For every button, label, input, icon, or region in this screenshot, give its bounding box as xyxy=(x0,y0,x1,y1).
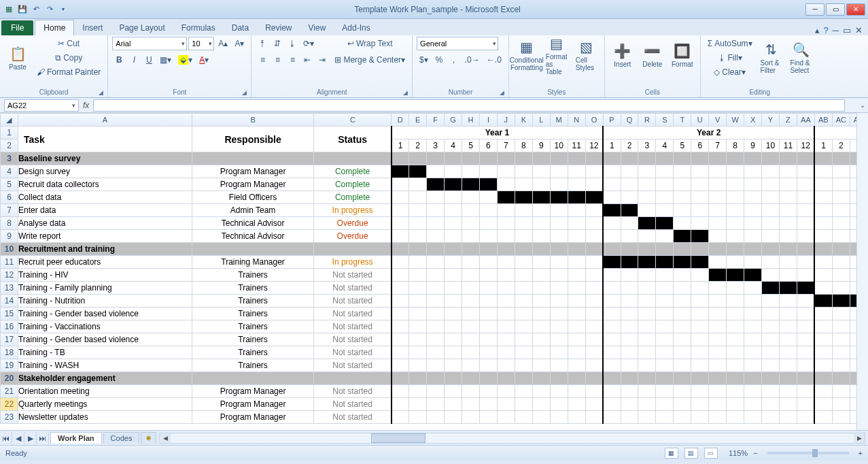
gantt-cell[interactable] xyxy=(621,398,638,411)
gantt-cell[interactable] xyxy=(814,282,832,295)
gantt-cell[interactable] xyxy=(621,411,638,424)
gantt-cell[interactable] xyxy=(445,204,462,217)
gantt-cell[interactable] xyxy=(603,204,621,217)
gantt-cell[interactable] xyxy=(797,295,814,308)
responsible-cell[interactable]: Program Manager xyxy=(192,411,314,424)
gantt-cell[interactable] xyxy=(691,217,709,230)
gantt-cell[interactable] xyxy=(550,333,568,346)
gantt-cell[interactable] xyxy=(744,282,762,295)
tab-data[interactable]: Data xyxy=(224,20,257,35)
gantt-cell[interactable] xyxy=(585,204,603,217)
gantt-cell[interactable] xyxy=(479,217,497,230)
gantt-cell[interactable] xyxy=(744,295,762,308)
col-header-N[interactable]: N xyxy=(568,114,585,127)
gantt-cell[interactable] xyxy=(392,217,409,230)
gantt-cell[interactable] xyxy=(462,333,480,346)
gantt-cell[interactable] xyxy=(691,256,709,269)
gantt-cell[interactable] xyxy=(621,217,638,230)
number-dialog-icon[interactable]: ◢ xyxy=(500,89,504,96)
gantt-cell[interactable] xyxy=(814,346,832,359)
gantt-cell[interactable] xyxy=(709,295,727,308)
border-button[interactable]: ▦▾ xyxy=(157,53,174,67)
gantt-cell[interactable] xyxy=(497,178,515,191)
gantt-cell[interactable] xyxy=(674,398,691,411)
gantt-cell[interactable] xyxy=(550,256,568,269)
gantt-cell[interactable] xyxy=(603,165,621,178)
gantt-cell[interactable] xyxy=(585,333,603,346)
gantt-cell[interactable] xyxy=(497,411,515,424)
gantt-cell[interactable] xyxy=(462,385,480,398)
gantt-cell[interactable] xyxy=(532,295,550,308)
gantt-cell[interactable] xyxy=(497,359,515,372)
gantt-cell[interactable] xyxy=(497,398,515,411)
gantt-cell[interactable] xyxy=(392,191,409,204)
font-size-combo[interactable]: 10 xyxy=(188,37,214,50)
gantt-cell[interactable] xyxy=(744,398,762,411)
gantt-cell[interactable] xyxy=(779,385,797,398)
gantt-cell[interactable] xyxy=(392,282,409,295)
align-center-icon[interactable]: ≡ xyxy=(271,53,284,67)
gantt-cell[interactable] xyxy=(445,165,462,178)
gantt-cell[interactable] xyxy=(532,217,550,230)
gantt-cell[interactable] xyxy=(479,204,497,217)
font-dialog-icon[interactable]: ◢ xyxy=(242,89,247,96)
gantt-cell[interactable] xyxy=(462,359,480,372)
gantt-cell[interactable] xyxy=(515,217,532,230)
gantt-cell[interactable] xyxy=(409,320,427,333)
gantt-cell[interactable] xyxy=(603,411,621,424)
gantt-cell[interactable] xyxy=(691,295,709,308)
gantt-cell[interactable] xyxy=(814,411,832,424)
gantt-cell[interactable] xyxy=(727,411,744,424)
gantt-cell[interactable] xyxy=(409,308,427,320)
gantt-cell[interactable] xyxy=(515,333,532,346)
gantt-cell[interactable] xyxy=(779,359,797,372)
gantt-cell[interactable] xyxy=(585,282,603,295)
gantt-cell[interactable] xyxy=(515,398,532,411)
gantt-cell[interactable] xyxy=(638,165,656,178)
gantt-cell[interactable] xyxy=(691,346,709,359)
gantt-cell[interactable] xyxy=(603,269,621,282)
gantt-cell[interactable] xyxy=(462,191,480,204)
gantt-cell[interactable] xyxy=(744,411,762,424)
gantt-cell[interactable] xyxy=(445,411,462,424)
gantt-cell[interactable] xyxy=(409,346,427,359)
gantt-cell[interactable] xyxy=(727,308,744,320)
gantt-cell[interactable] xyxy=(674,230,691,243)
gantt-cell[interactable] xyxy=(427,204,445,217)
gantt-cell[interactable] xyxy=(727,333,744,346)
gantt-cell[interactable] xyxy=(832,359,850,372)
gantt-cell[interactable] xyxy=(621,308,638,320)
gantt-cell[interactable] xyxy=(445,191,462,204)
gantt-cell[interactable] xyxy=(497,308,515,320)
gantt-cell[interactable] xyxy=(762,359,780,372)
gantt-cell[interactable] xyxy=(427,256,445,269)
col-header-W[interactable]: W xyxy=(727,114,744,127)
gantt-cell[interactable] xyxy=(674,282,691,295)
gantt-cell[interactable] xyxy=(515,295,532,308)
gantt-cell[interactable] xyxy=(409,359,427,372)
gantt-cell[interactable] xyxy=(427,217,445,230)
gantt-cell[interactable] xyxy=(691,333,709,346)
gantt-cell[interactable] xyxy=(392,230,409,243)
gantt-cell[interactable] xyxy=(479,282,497,295)
gantt-cell[interactable] xyxy=(832,333,850,346)
dec-decimal-icon[interactable]: ←.0 xyxy=(484,53,504,67)
responsible-cell[interactable]: Technical Advisor xyxy=(192,230,314,243)
sheet-nav-prev-icon[interactable]: ◀ xyxy=(12,431,24,445)
gantt-cell[interactable] xyxy=(462,308,480,320)
gantt-cell[interactable] xyxy=(445,333,462,346)
gantt-cell[interactable] xyxy=(568,320,585,333)
gantt-cell[interactable] xyxy=(532,320,550,333)
gantt-cell[interactable] xyxy=(427,333,445,346)
task-cell[interactable]: Training - HIV xyxy=(18,269,192,282)
gantt-cell[interactable] xyxy=(568,165,585,178)
gantt-cell[interactable] xyxy=(532,333,550,346)
sheet-nav-next-icon[interactable]: ▶ xyxy=(24,431,37,445)
gantt-cell[interactable] xyxy=(515,282,532,295)
gantt-cell[interactable] xyxy=(497,333,515,346)
responsible-cell[interactable]: Program Manager xyxy=(192,385,314,398)
gantt-cell[interactable] xyxy=(550,359,568,372)
col-header-R[interactable]: R xyxy=(638,114,656,127)
save-icon[interactable]: 💾 xyxy=(16,3,29,16)
grow-font-icon[interactable]: A▴ xyxy=(215,37,230,50)
